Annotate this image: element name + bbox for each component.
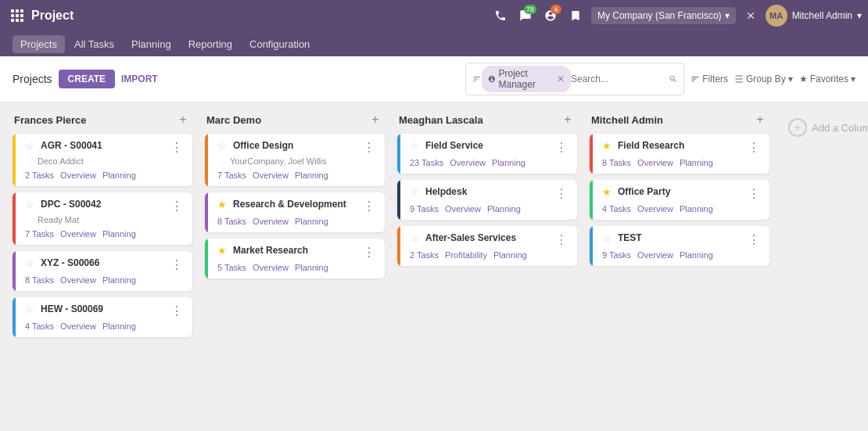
card-menu-helpdesk[interactable]: ⋮ [554,186,569,201]
card-link-planning-after-sales[interactable]: Planning [493,250,527,260]
card-link-planning-xyz[interactable]: Planning [102,275,136,285]
card-office-design[interactable]: ☆ Office Design ⋮ YourCompany, Joel Will… [205,134,385,186]
card-link-planning-hew[interactable]: Planning [102,321,136,331]
card-tasks-field-service[interactable]: 23 Tasks [410,158,443,167]
card-field-service[interactable]: ☆ Field Service ⋮ 23 Tasks OverviewPlann… [397,134,577,174]
nav-link-planning[interactable]: Planning [124,35,179,53]
card-link-overview-market-research[interactable]: Overview [253,263,289,272]
company-selector[interactable]: My Company (San Francisco) ▾ [591,7,736,24]
card-tasks-xyz[interactable]: 8 Tasks [25,275,54,285]
card-tasks-office-party[interactable]: 4 Tasks [602,204,631,214]
card-tasks-field-research[interactable]: 8 Tasks [602,158,631,167]
card-link-overview-field-research[interactable]: Overview [637,158,673,167]
card-star-office-design[interactable]: ☆ [217,140,227,152]
favorites-button[interactable]: ★ Favorites ▾ [799,74,855,84]
card-tasks-hew[interactable]: 4 Tasks [25,321,54,331]
card-star-office-party[interactable]: ★ [602,186,612,198]
create-button[interactable]: CREATE [59,70,115,88]
card-link-planning-field-service[interactable]: Planning [492,158,525,167]
card-link-overview-hew[interactable]: Overview [60,321,96,331]
card-tasks-dpc[interactable]: 7 Tasks [25,229,54,239]
card-office-party[interactable]: ★ Office Party ⋮ 4 Tasks OverviewPlannin… [590,180,769,220]
card-link-overview-test[interactable]: Overview [637,250,673,260]
card-star-helpdesk[interactable]: ☆ [410,186,419,198]
message-icon[interactable]: 4 [541,6,560,25]
column-add-mitchell[interactable]: + [752,112,768,128]
user-menu[interactable]: MA Mitchell Admin ▾ [766,5,862,27]
card-test[interactable]: ☆ TEST ⋮ 9 Tasks OverviewPlanning [590,226,769,266]
card-tasks-research-dev[interactable]: 8 Tasks [217,217,246,226]
card-link-planning-dpc[interactable]: Planning [102,229,136,239]
card-link-overview-office-design[interactable]: Overview [253,171,289,180]
card-tasks-after-sales[interactable]: 2 Tasks [410,250,439,260]
card-star-field-service[interactable]: ☆ [410,140,419,152]
card-after-sales[interactable]: ☆ After-Sales Services ⋮ 2 Tasks Profita… [397,226,577,266]
nav-link-configuration[interactable]: Configuration [242,35,317,53]
column-add-meaghan[interactable]: + [560,112,576,128]
import-button[interactable]: IMPORT [121,74,158,84]
card-tasks-office-design[interactable]: 7 Tasks [217,171,246,180]
card-research-dev[interactable]: ★ Research & Development ⋮ 8 Tasks Overv… [205,192,385,232]
card-star-research-dev[interactable]: ★ [217,199,227,210]
search-icon[interactable] [669,74,678,84]
nav-link-projects[interactable]: Projects [13,35,65,53]
phone-icon[interactable] [491,6,510,25]
card-star-market-research[interactable]: ★ [217,245,227,257]
card-link-overview-helpdesk[interactable]: Overview [445,204,481,214]
group-by-button[interactable]: Group By ▾ [734,74,793,84]
card-link-planning-test[interactable]: Planning [680,250,713,260]
search-input[interactable] [571,74,669,84]
card-star-agr[interactable]: ☆ [25,140,34,152]
remove-filter-icon[interactable]: ✕ [557,74,565,84]
card-link-overview-dpc[interactable]: Overview [60,229,96,239]
card-hew[interactable]: ☆ HEW - S00069 ⋮ 4 Tasks OverviewPlannin… [13,297,192,337]
card-tasks-market-research[interactable]: 5 Tasks [217,263,246,272]
active-filter[interactable]: Project Manager ✕ [482,66,571,92]
card-helpdesk[interactable]: ☆ Helpdesk ⋮ 9 Tasks OverviewPlanning [397,180,577,220]
card-tasks-agr[interactable]: 2 Tasks [25,171,54,180]
close-icon[interactable] [742,7,759,24]
card-star-hew[interactable]: ☆ [25,303,34,315]
card-link-overview-office-party[interactable]: Overview [637,204,673,214]
card-link-planning-field-research[interactable]: Planning [680,158,713,167]
card-market-research[interactable]: ★ Market Research ⋮ 5 Tasks OverviewPlan… [205,239,385,278]
card-link-planning-market-research[interactable]: Planning [295,263,328,272]
card-link-profitability-after-sales[interactable]: Profitability [445,250,487,260]
card-star-test[interactable]: ☆ [602,232,612,244]
card-menu-field-service[interactable]: ⋮ [554,140,569,155]
column-add-frances[interactable]: + [175,112,191,128]
filters-button[interactable]: Filters [690,74,728,84]
card-link-planning-agr[interactable]: Planning [102,171,136,180]
card-link-planning-office-design[interactable]: Planning [295,171,328,180]
card-menu-dpc[interactable]: ⋮ [169,199,185,214]
card-menu-market-research[interactable]: ⋮ [361,245,377,260]
card-star-field-research[interactable]: ★ [602,140,612,152]
card-menu-office-party[interactable]: ⋮ [746,186,762,201]
card-link-overview-research-dev[interactable]: Overview [253,217,289,226]
card-tasks-helpdesk[interactable]: 9 Tasks [410,204,439,214]
card-link-overview-xyz[interactable]: Overview [60,275,96,285]
nav-link-all-tasks[interactable]: All Tasks [66,35,122,53]
card-menu-hew[interactable]: ⋮ [169,303,185,318]
card-link-overview-field-service[interactable]: Overview [450,158,486,167]
card-tasks-test[interactable]: 9 Tasks [602,250,631,260]
card-star-xyz[interactable]: ☆ [25,257,34,269]
card-menu-research-dev[interactable]: ⋮ [361,199,377,214]
column-add-marc[interactable]: + [368,112,383,128]
card-menu-xyz[interactable]: ⋮ [169,257,185,272]
card-menu-after-sales[interactable]: ⋮ [554,232,569,247]
card-menu-agr[interactable]: ⋮ [169,140,185,155]
card-menu-office-design[interactable]: ⋮ [361,140,377,155]
card-field-research[interactable]: ★ Field Research ⋮ 8 Tasks OverviewPlann… [590,134,769,174]
add-column-button[interactable]: + Add a Column [782,112,868,143]
card-link-overview-agr[interactable]: Overview [60,171,96,180]
card-agr[interactable]: ☆ AGR - S00041 ⋮ Deco Addict 2 Tasks Ove… [13,134,192,186]
card-link-planning-office-party[interactable]: Planning [680,204,713,214]
card-star-after-sales[interactable]: ☆ [410,232,419,244]
card-link-planning-helpdesk[interactable]: Planning [487,204,521,214]
nav-link-reporting[interactable]: Reporting [181,35,240,53]
card-star-dpc[interactable]: ☆ [25,199,34,210]
card-link-planning-research-dev[interactable]: Planning [295,217,328,226]
card-xyz[interactable]: ☆ XYZ - S00066 ⋮ 8 Tasks OverviewPlannin… [13,251,192,291]
card-menu-test[interactable]: ⋮ [746,232,762,247]
